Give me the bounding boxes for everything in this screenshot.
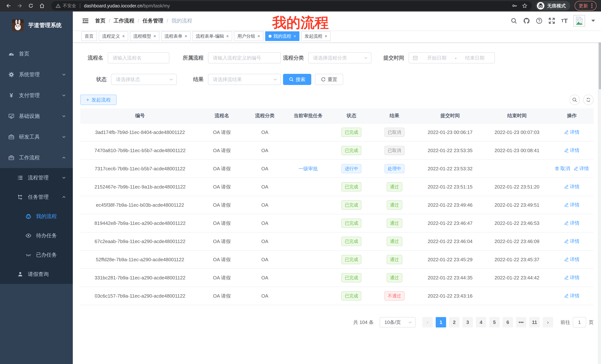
fullscreen-icon[interactable]	[548, 17, 555, 24]
close-icon[interactable]: ×	[153, 34, 156, 38]
column-header: 操作	[550, 108, 594, 123]
breadcrumb-item[interactable]: 首页	[95, 17, 105, 24]
breadcrumb-item[interactable]: 工作流程	[114, 17, 134, 24]
detail-link[interactable]: 详情	[564, 238, 580, 245]
refresh-table-button[interactable]	[583, 95, 594, 105]
close-icon[interactable]: ×	[122, 34, 125, 38]
page-button-5[interactable]: 5	[489, 317, 500, 327]
goto-page-input[interactable]	[573, 317, 586, 327]
close-icon[interactable]: ×	[325, 34, 327, 38]
task-link[interactable]: 一级审批	[299, 165, 318, 172]
chevron-down-icon	[408, 320, 412, 325]
sidebar-item-my-processes[interactable]: 我的流程	[0, 207, 73, 226]
detail-link[interactable]: 详情	[564, 202, 580, 208]
start-process-button[interactable]: + 发起流程	[80, 95, 117, 105]
cell-process-name: OA 请假	[200, 141, 244, 160]
table-row: 819442e8-7b9a-11ec-a290-acde48001122OA 请…	[80, 214, 594, 232]
cancel-link[interactable]: 取消	[555, 165, 570, 172]
tab-user-group[interactable]: 用户分组×	[234, 31, 263, 41]
close-icon[interactable]: ×	[257, 34, 260, 38]
action-label: 详情	[570, 147, 580, 153]
sidebar-item-payment-management[interactable]: ¥支付管理	[0, 85, 73, 106]
sidebar-item-dev-tools[interactable]: 研发工具	[0, 126, 73, 147]
detail-link[interactable]: 详情	[564, 183, 580, 190]
forward-icon[interactable]	[15, 1, 24, 10]
result-select[interactable]: 请选择流结果	[208, 74, 281, 85]
question-icon[interactable]	[536, 17, 543, 24]
address-bar[interactable]: 不安全 dashboard.yudao.iocoder.cn/bpm/task/…	[51, 1, 532, 10]
star-icon[interactable]	[522, 3, 527, 9]
cell-status: 进行中	[331, 160, 372, 178]
cell-result: 不通过	[372, 287, 416, 305]
back-icon[interactable]	[4, 1, 13, 10]
tab-start-process[interactable]: 发起流程×	[301, 31, 331, 41]
page-button-2[interactable]: 2	[449, 317, 460, 327]
sidebar-item-system-management[interactable]: 系统管理	[0, 64, 73, 85]
close-icon[interactable]: ×	[226, 34, 229, 38]
category-select[interactable]: 请选择流程分类	[308, 52, 371, 63]
more-pages-button[interactable]: •••	[516, 317, 526, 327]
tab-process-form-edit[interactable]: 流程表单-编辑×	[192, 31, 232, 41]
next-page-button[interactable]: ›	[543, 317, 553, 327]
detail-link[interactable]: 详情	[564, 129, 580, 135]
yen-icon: ¥	[8, 92, 14, 98]
sidebar-item-task-management[interactable]: 任务管理	[0, 187, 73, 207]
process-definition-input[interactable]	[208, 52, 281, 63]
toggle-search-button[interactable]	[570, 95, 580, 105]
hamburger-icon[interactable]	[82, 17, 89, 25]
close-icon[interactable]: ×	[293, 34, 296, 38]
cell-actions: 详情	[550, 178, 594, 196]
page-size-select[interactable]: 10条/页	[380, 317, 416, 327]
page-scrollbar[interactable]	[598, 11, 601, 364]
browser-menu-icon[interactable]	[591, 3, 592, 8]
cell-id: 7317cec6-7b9b-11ec-b5b7-acde48001122	[80, 160, 200, 178]
edit-icon	[564, 148, 569, 153]
caret-down-icon[interactable]	[591, 20, 595, 22]
detail-link[interactable]: 详情	[564, 220, 580, 226]
action-label: 详情	[570, 202, 580, 208]
github-icon[interactable]	[523, 17, 530, 24]
close-icon[interactable]: ×	[185, 34, 187, 38]
page-button-6[interactable]: 6	[502, 317, 513, 327]
sidebar-item-leave-query[interactable]: 请假查询	[0, 265, 73, 284]
page-button-4[interactable]: 4	[476, 317, 486, 327]
search-icon[interactable]	[510, 17, 517, 24]
search-button[interactable]: 搜索	[283, 74, 311, 85]
process-name-input[interactable]	[108, 52, 169, 63]
table-row: 67c2eaab-7b9a-11ec-a290-acde48001122OA 请…	[80, 232, 594, 250]
tab-home[interactable]: 首页	[81, 31, 97, 41]
page-button-3[interactable]: 3	[462, 317, 473, 327]
page-button-11[interactable]: 11	[529, 317, 540, 327]
sidebar-item-infrastructure[interactable]: 基础设施	[0, 106, 73, 126]
prev-page-button[interactable]: ‹	[422, 317, 433, 327]
status-select[interactable]: 请选择状态	[111, 74, 177, 85]
sidebar-item-label: 请假查询	[28, 271, 49, 278]
home-icon[interactable]	[38, 1, 46, 10]
refresh-icon	[586, 97, 591, 102]
reload-icon[interactable]	[26, 1, 35, 10]
sidebar-item-done-tasks[interactable]: 已办任务	[0, 245, 73, 265]
tab-my-processes[interactable]: 我的流程×	[265, 31, 299, 41]
detail-link[interactable]: 详情	[564, 293, 580, 299]
page-button-1[interactable]: 1	[436, 317, 446, 327]
key-icon[interactable]	[512, 3, 517, 9]
status-badge: 已完成	[341, 182, 361, 192]
sidebar-item-home[interactable]: 首页	[0, 43, 73, 64]
reset-button[interactable]: 重置	[315, 74, 343, 85]
sidebar-item-process-management[interactable]: 流程管理	[0, 168, 73, 187]
font-size-icon[interactable]: TT	[561, 17, 568, 24]
detail-link[interactable]: 详情	[564, 147, 580, 153]
tab-process-model[interactable]: 流程模型×	[130, 31, 159, 41]
tab-process-form[interactable]: 流程表单×	[161, 31, 190, 41]
detail-link[interactable]: 详情	[564, 274, 580, 281]
tab-process-definition[interactable]: 流程定义×	[99, 31, 128, 41]
sidebar-item-todo-tasks[interactable]: 待办任务	[0, 226, 73, 245]
breadcrumb-item[interactable]: 任务管理	[143, 17, 163, 24]
detail-link[interactable]: 详情	[564, 256, 580, 263]
update-button[interactable]: 更新	[575, 1, 597, 10]
detail-link[interactable]: 详情	[574, 165, 589, 172]
date-range-picker[interactable]: 开始日期 - 结束日期	[409, 52, 495, 63]
tabs-bar: 首页流程定义×流程模型×流程表单×流程表单-编辑×用户分组×我的流程×发起流程×	[73, 30, 601, 43]
sidebar-item-workflow[interactable]: 工作流程	[0, 147, 73, 168]
avatar[interactable]	[573, 15, 585, 27]
